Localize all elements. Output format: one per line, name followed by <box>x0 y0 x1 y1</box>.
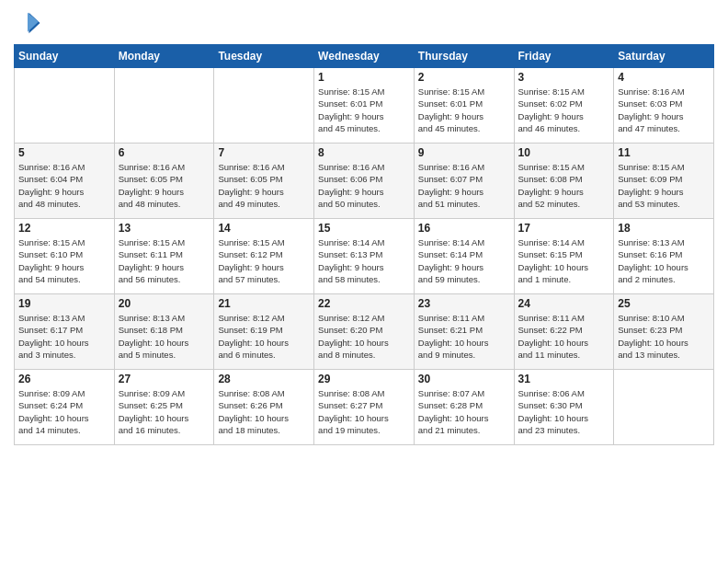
day-number: 27 <box>119 373 210 385</box>
day-number: 5 <box>18 146 110 159</box>
day-cell: 28Sunrise: 8:08 AM Sunset: 6:26 PM Dayli… <box>214 370 314 445</box>
day-info: Sunrise: 8:09 AM Sunset: 6:24 PM Dayligh… <box>18 387 110 436</box>
day-info: Sunrise: 8:14 AM Sunset: 6:14 PM Dayligh… <box>418 236 510 285</box>
day-number: 23 <box>418 297 510 310</box>
day-info: Sunrise: 8:14 AM Sunset: 6:15 PM Dayligh… <box>518 236 610 285</box>
day-number: 8 <box>318 146 410 159</box>
day-info: Sunrise: 8:16 AM Sunset: 6:05 PM Dayligh… <box>119 161 210 210</box>
day-info: Sunrise: 8:15 AM Sunset: 6:01 PM Dayligh… <box>418 86 510 134</box>
day-info: Sunrise: 8:08 AM Sunset: 6:26 PM Dayligh… <box>218 387 310 436</box>
day-number: 25 <box>618 297 710 310</box>
week-row-2: 5Sunrise: 8:16 AM Sunset: 6:04 PM Daylig… <box>15 144 714 219</box>
day-cell: 30Sunrise: 8:07 AM Sunset: 6:28 PM Dayli… <box>414 370 514 445</box>
day-number: 13 <box>119 222 210 235</box>
day-number: 29 <box>318 373 410 385</box>
day-number: 9 <box>418 146 510 159</box>
day-cell: 4Sunrise: 8:16 AM Sunset: 6:03 PM Daylig… <box>614 68 714 144</box>
day-cell: 22Sunrise: 8:12 AM Sunset: 6:20 PM Dayli… <box>314 294 415 370</box>
day-info: Sunrise: 8:13 AM Sunset: 6:18 PM Dayligh… <box>119 312 210 361</box>
day-info: Sunrise: 8:15 AM Sunset: 6:08 PM Dayligh… <box>518 161 610 210</box>
logo-icon <box>14 9 41 37</box>
day-cell: 29Sunrise: 8:08 AM Sunset: 6:27 PM Dayli… <box>314 370 415 445</box>
day-info: Sunrise: 8:15 AM Sunset: 6:11 PM Dayligh… <box>119 236 210 285</box>
day-cell: 14Sunrise: 8:15 AM Sunset: 6:12 PM Dayli… <box>214 219 314 294</box>
day-cell <box>114 68 214 144</box>
day-number: 17 <box>518 222 610 235</box>
day-cell: 10Sunrise: 8:15 AM Sunset: 6:08 PM Dayli… <box>514 144 614 219</box>
day-info: Sunrise: 8:15 AM Sunset: 6:01 PM Dayligh… <box>318 86 410 134</box>
day-number: 16 <box>418 222 510 235</box>
week-row-4: 19Sunrise: 8:13 AM Sunset: 6:17 PM Dayli… <box>15 294 714 370</box>
week-row-3: 12Sunrise: 8:15 AM Sunset: 6:10 PM Dayli… <box>15 219 714 294</box>
day-info: Sunrise: 8:12 AM Sunset: 6:19 PM Dayligh… <box>218 312 310 361</box>
day-cell: 12Sunrise: 8:15 AM Sunset: 6:10 PM Dayli… <box>15 219 115 294</box>
day-number: 31 <box>518 373 610 385</box>
day-info: Sunrise: 8:16 AM Sunset: 6:06 PM Dayligh… <box>318 161 410 210</box>
day-number: 21 <box>218 297 310 310</box>
page: SundayMondayTuesdayWednesdayThursdayFrid… <box>0 0 728 563</box>
day-cell: 31Sunrise: 8:06 AM Sunset: 6:30 PM Dayli… <box>514 370 614 445</box>
day-cell: 16Sunrise: 8:14 AM Sunset: 6:14 PM Dayli… <box>414 219 514 294</box>
day-cell <box>614 370 714 445</box>
day-number: 22 <box>318 297 410 310</box>
weekday-friday: Friday <box>514 45 614 68</box>
day-info: Sunrise: 8:09 AM Sunset: 6:25 PM Dayligh… <box>119 387 210 436</box>
day-number: 20 <box>119 297 210 310</box>
day-info: Sunrise: 8:15 AM Sunset: 6:02 PM Dayligh… <box>518 86 610 134</box>
day-number: 19 <box>18 297 110 310</box>
day-cell: 1Sunrise: 8:15 AM Sunset: 6:01 PM Daylig… <box>314 68 415 144</box>
weekday-wednesday: Wednesday <box>314 45 415 68</box>
day-info: Sunrise: 8:15 AM Sunset: 6:12 PM Dayligh… <box>218 236 310 285</box>
day-number: 7 <box>218 146 310 159</box>
day-number: 15 <box>318 222 410 235</box>
day-number: 18 <box>618 222 710 235</box>
day-cell <box>214 68 314 144</box>
day-cell: 15Sunrise: 8:14 AM Sunset: 6:13 PM Dayli… <box>314 219 415 294</box>
week-row-5: 26Sunrise: 8:09 AM Sunset: 6:24 PM Dayli… <box>15 370 714 445</box>
day-cell: 2Sunrise: 8:15 AM Sunset: 6:01 PM Daylig… <box>414 68 514 144</box>
day-info: Sunrise: 8:16 AM Sunset: 6:07 PM Dayligh… <box>418 161 510 210</box>
day-info: Sunrise: 8:11 AM Sunset: 6:21 PM Dayligh… <box>418 312 510 361</box>
day-number: 12 <box>18 222 110 235</box>
day-number: 2 <box>418 71 510 84</box>
day-cell: 6Sunrise: 8:16 AM Sunset: 6:05 PM Daylig… <box>114 144 214 219</box>
day-number: 1 <box>318 71 410 84</box>
day-cell: 19Sunrise: 8:13 AM Sunset: 6:17 PM Dayli… <box>15 294 115 370</box>
day-number: 28 <box>218 373 310 385</box>
week-row-1: 1Sunrise: 8:15 AM Sunset: 6:01 PM Daylig… <box>15 68 714 144</box>
logo <box>14 9 43 37</box>
day-info: Sunrise: 8:16 AM Sunset: 6:05 PM Dayligh… <box>218 161 310 210</box>
day-info: Sunrise: 8:11 AM Sunset: 6:22 PM Dayligh… <box>518 312 610 361</box>
day-number: 14 <box>218 222 310 235</box>
day-cell: 21Sunrise: 8:12 AM Sunset: 6:19 PM Dayli… <box>214 294 314 370</box>
day-cell: 17Sunrise: 8:14 AM Sunset: 6:15 PM Dayli… <box>514 219 614 294</box>
day-cell: 5Sunrise: 8:16 AM Sunset: 6:04 PM Daylig… <box>15 144 115 219</box>
day-number: 4 <box>618 71 710 84</box>
weekday-monday: Monday <box>114 45 214 68</box>
day-info: Sunrise: 8:14 AM Sunset: 6:13 PM Dayligh… <box>318 236 410 285</box>
day-cell: 11Sunrise: 8:15 AM Sunset: 6:09 PM Dayli… <box>614 144 714 219</box>
day-info: Sunrise: 8:16 AM Sunset: 6:03 PM Dayligh… <box>618 86 710 134</box>
day-info: Sunrise: 8:12 AM Sunset: 6:20 PM Dayligh… <box>318 312 410 361</box>
day-info: Sunrise: 8:07 AM Sunset: 6:28 PM Dayligh… <box>418 387 510 436</box>
day-number: 6 <box>119 146 210 159</box>
day-info: Sunrise: 8:10 AM Sunset: 6:23 PM Dayligh… <box>618 312 710 361</box>
day-cell: 27Sunrise: 8:09 AM Sunset: 6:25 PM Dayli… <box>114 370 214 445</box>
calendar: SundayMondayTuesdayWednesdayThursdayFrid… <box>14 44 714 445</box>
header <box>14 9 714 37</box>
weekday-sunday: Sunday <box>15 45 115 68</box>
day-number: 3 <box>518 71 610 84</box>
weekday-tuesday: Tuesday <box>214 45 314 68</box>
day-cell: 8Sunrise: 8:16 AM Sunset: 6:06 PM Daylig… <box>314 144 415 219</box>
day-cell: 20Sunrise: 8:13 AM Sunset: 6:18 PM Dayli… <box>114 294 214 370</box>
day-info: Sunrise: 8:13 AM Sunset: 6:16 PM Dayligh… <box>618 236 710 285</box>
day-cell: 7Sunrise: 8:16 AM Sunset: 6:05 PM Daylig… <box>214 144 314 219</box>
day-cell: 23Sunrise: 8:11 AM Sunset: 6:21 PM Dayli… <box>414 294 514 370</box>
weekday-thursday: Thursday <box>414 45 514 68</box>
day-number: 10 <box>518 146 610 159</box>
day-info: Sunrise: 8:13 AM Sunset: 6:17 PM Dayligh… <box>18 312 110 361</box>
day-info: Sunrise: 8:16 AM Sunset: 6:04 PM Dayligh… <box>18 161 110 210</box>
day-cell: 3Sunrise: 8:15 AM Sunset: 6:02 PM Daylig… <box>514 68 614 144</box>
day-cell: 26Sunrise: 8:09 AM Sunset: 6:24 PM Dayli… <box>15 370 115 445</box>
day-cell <box>15 68 115 144</box>
